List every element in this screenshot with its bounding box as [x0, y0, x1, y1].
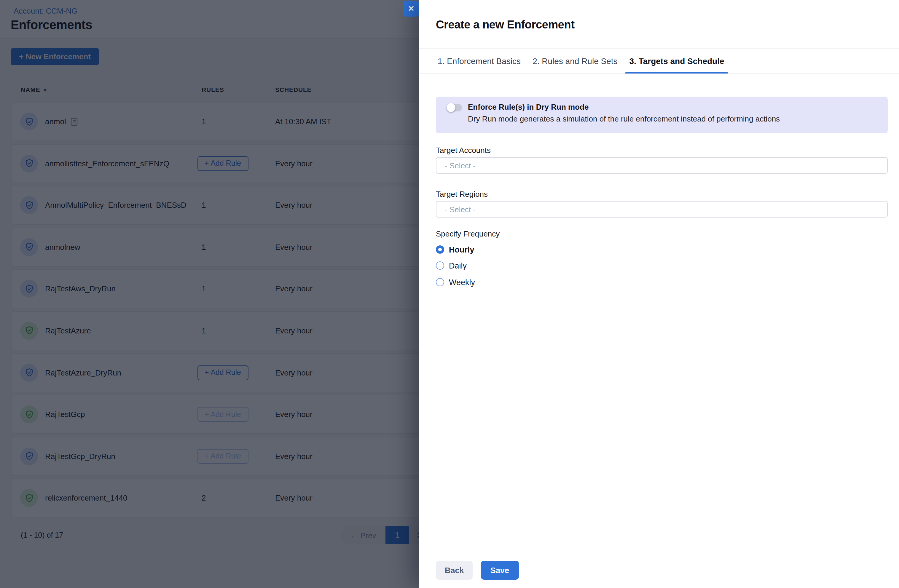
dry-run-toggle[interactable]: [447, 104, 462, 111]
frequency-radio-daily[interactable]: Daily: [436, 259, 467, 272]
tab-rules-and-rule-sets[interactable]: 2. Rules and Rule Sets: [528, 49, 621, 74]
target-regions-select[interactable]: - Select -: [436, 201, 888, 218]
toggle-knob: [446, 103, 456, 112]
frequency-option-label: Daily: [449, 261, 467, 270]
radio-selected-icon: [436, 245, 444, 254]
radio-unselected-icon: [436, 278, 444, 286]
target-accounts-select[interactable]: - Select -: [436, 157, 888, 174]
frequency-option-label: Hourly: [449, 245, 474, 254]
dry-run-description: Dry Run mode generates a simulation of t…: [468, 114, 780, 123]
back-button[interactable]: Back: [436, 561, 473, 580]
tabs-bottom-divider: [419, 74, 899, 74]
frequency-radio-hourly[interactable]: Hourly: [436, 244, 474, 255]
dry-run-title: Enforce Rule(s) in Dry Run mode: [468, 103, 589, 111]
tab-targets-and-schedule[interactable]: 3. Targets and Schedule: [625, 49, 729, 74]
frequency-option-label: Weekly: [449, 278, 475, 287]
close-icon[interactable]: ✕: [403, 1, 419, 17]
target-accounts-label: Target Accounts: [436, 146, 491, 155]
save-button[interactable]: Save: [481, 561, 519, 580]
target-regions-placeholder: - Select -: [445, 205, 476, 214]
drawer-title: Create a new Enforcement: [436, 19, 575, 31]
create-enforcement-drawer: Create a new Enforcement 1. Enforcement …: [419, 0, 899, 588]
radio-unselected-icon: [436, 261, 444, 270]
dry-run-banner: Enforce Rule(s) in Dry Run mode Dry Run …: [436, 97, 888, 133]
target-accounts-placeholder: - Select -: [445, 161, 476, 170]
tab-enforcement-basics[interactable]: 1. Enforcement Basics: [434, 49, 525, 74]
target-regions-label: Target Regions: [436, 190, 488, 199]
frequency-radio-weekly[interactable]: Weekly: [436, 276, 475, 288]
specify-frequency-label: Specify Frequency: [436, 229, 500, 238]
app-viewport: Account: CCM-NG Enforcements + New Enfor…: [0, 0, 899, 588]
drawer-tabs: 1. Enforcement Basics 2. Rules and Rule …: [434, 49, 729, 74]
